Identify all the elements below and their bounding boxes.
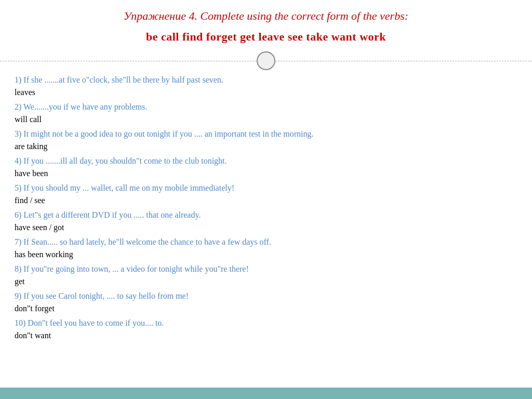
circle-icon <box>257 51 275 70</box>
answer-line-7: has been working <box>15 248 517 261</box>
question-line-3: 3) It might not be a good idea to go out… <box>15 128 517 140</box>
exercise-item-10: 10) Don"t feel you have to come if you..… <box>15 317 517 342</box>
answer-line-2: will call <box>15 113 517 126</box>
header-section: Упражнение 4. Complete using the correct… <box>0 0 532 53</box>
exercise-item-4: 4) If you .......ill all day, you should… <box>15 155 517 180</box>
answer-line-8: get <box>15 275 517 288</box>
answer-line-6: have seen / got <box>15 221 517 234</box>
question-line-9: 9) If you see Carol tonight, .... to say… <box>15 290 517 302</box>
question-line-5: 5) If you should my ... wallet, call me … <box>15 182 517 194</box>
verb-list: be call find forget get leave see take w… <box>10 30 522 44</box>
answer-line-4: have been <box>15 167 517 180</box>
divider <box>0 53 532 69</box>
answer-line-5: find / see <box>15 194 517 207</box>
page-title: Упражнение 4. Complete using the correct… <box>10 9 522 23</box>
question-line-10: 10) Don"t feel you have to come if you..… <box>15 317 517 329</box>
exercise-item-3: 3) It might not be a good idea to go out… <box>15 128 517 153</box>
question-line-2: 2) We.......you if we have any problems. <box>15 101 517 113</box>
question-line-6: 6) Let"s get a different DVD if you ....… <box>15 209 517 221</box>
question-line-1: 1) If she .......at five o"clock, she"ll… <box>15 74 517 86</box>
answer-line-3: are taking <box>15 140 517 153</box>
content-section: 1) If she .......at five o"clock, she"ll… <box>0 69 532 388</box>
question-line-8: 8) If you"re going into town, ... a vide… <box>15 263 517 275</box>
page: Упражнение 4. Complete using the correct… <box>0 0 532 399</box>
exercise-item-6: 6) Let"s get a different DVD if you ....… <box>15 209 517 234</box>
answer-line-9: don"t forget <box>15 302 517 315</box>
question-line-4: 4) If you .......ill all day, you should… <box>15 155 517 167</box>
question-line-7: 7) If Sean..... so hard lately, he"ll we… <box>15 236 517 248</box>
exercise-item-7: 7) If Sean..... so hard lately, he"ll we… <box>15 236 517 261</box>
footer-bar <box>0 388 532 399</box>
exercise-item-9: 9) If you see Carol tonight, .... to say… <box>15 290 517 315</box>
exercise-item-1: 1) If she .......at five o"clock, she"ll… <box>15 74 517 99</box>
exercise-item-2: 2) We.......you if we have any problems.… <box>15 101 517 126</box>
exercise-item-8: 8) If you"re going into town, ... a vide… <box>15 263 517 288</box>
answer-line-10: don"t want <box>15 329 517 342</box>
answer-line-1: leaves <box>15 86 517 99</box>
exercise-item-5: 5) If you should my ... wallet, call me … <box>15 182 517 207</box>
